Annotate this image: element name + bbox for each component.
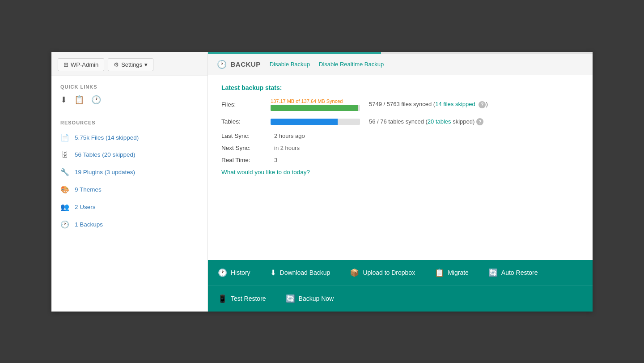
test-restore-icon: 📱 [218,294,227,303]
disable-realtime-link[interactable]: Disable Realtime Backup [319,61,384,68]
migrate-icon: 📋 [435,268,444,278]
real-time-row: Real Time: 3 [221,157,579,163]
users-icon: 👥 [60,203,69,211]
tables-value-text: 56 / 76 tables synced ( [369,118,428,125]
resources-title: RESOURCES [51,112,208,129]
tables-bar-fill [271,119,338,125]
wp-admin-label: WP-Admin [71,61,98,68]
real-time-value: 3 [274,157,277,163]
migrate-label: Migrate [448,269,469,276]
resource-tables-label: 56 Tables (20 skipped) [75,151,136,158]
tables-label: Tables: [221,118,271,125]
files-stat-row: Files: 137.17 MB of 137.64 MB Synced 574… [221,98,579,111]
files-value-text: 5749 / 5763 files synced ( [369,101,435,107]
backup-now-button[interactable]: 🔄 Backup Now [276,286,344,312]
next-sync-value: in 2 hours [274,145,300,151]
sidebar: ⊞ WP-Admin ⚙ Settings ▾ QUICK LINKS ⬇ 📋 … [51,52,208,312]
progress-bar-top [208,52,593,54]
backup-header: 🕐 BACKUP Disable Backup Disable Realtime… [208,54,593,75]
action-row-1: 🕐 History ⬇ Download Backup 📦 Upload to … [208,260,593,286]
backups-icon: 🕐 [60,220,69,229]
test-restore-button[interactable]: 📱 Test Restore [208,286,276,312]
backup-now-label: Backup Now [299,295,334,302]
download-icon: ⬇ [270,268,276,278]
action-buttons-area: 🕐 History ⬇ Download Backup 📦 Upload to … [208,260,593,312]
quick-links-icons: ⬇ 📋 🕐 [51,93,208,112]
files-bar-wrap: 137.17 MB of 137.64 MB Synced [271,98,360,111]
resource-themes-label: 9 Themes [75,186,102,193]
history-label: History [231,269,250,276]
resource-files-label: 5.75k Files (14 skipped) [75,134,139,141]
auto-restore-button[interactable]: 🔄 Auto Restore [479,260,548,286]
files-suffix [475,101,477,107]
resource-users-label: 2 Users [75,204,96,210]
tables-skipped-text: 20 tables [428,118,451,125]
latest-stats-label: Latest backup stats: [221,84,579,91]
files-bar-fill [271,105,358,111]
download-label: Download Backup [280,269,330,276]
history-quick-icon[interactable]: 🕐 [91,95,101,105]
upload-dropbox-button[interactable]: 📦 Upload to Dropbox [340,260,425,286]
last-sync-label: Last Sync: [221,132,271,139]
backup-title-container: 🕐 BACKUP [217,60,261,69]
quick-links-title: QUICK LINKS [51,76,208,93]
next-sync-label: Next Sync: [221,145,271,151]
tables-suffix-text: skipped) [451,118,475,125]
real-time-label: Real Time: [221,157,271,163]
sidebar-top-buttons: ⊞ WP-Admin ⚙ Settings ▾ [51,52,208,76]
tables-stat-row: Tables: 56 / 76 tables synced (20 tables… [221,118,579,126]
test-restore-label: Test Restore [231,295,266,302]
file-icon: 📄 [60,133,69,142]
resource-item-backups[interactable]: 🕐 1 Backups [51,216,208,233]
files-bar-label: 137.17 MB of 137.64 MB Synced [271,98,360,104]
main-content: 🕐 BACKUP Disable Backup Disable Realtime… [208,52,593,312]
resource-item-users[interactable]: 👥 2 Users [51,198,208,216]
last-sync-row: Last Sync: 2 hours ago [221,132,579,139]
files-quick-icon[interactable]: 📋 [74,95,84,105]
progress-bar-fill [208,52,381,54]
resource-item-themes[interactable]: 🎨 9 Themes [51,181,208,198]
help-icon-files[interactable]: ? [479,101,486,108]
next-sync-row: Next Sync: in 2 hours [221,145,579,151]
backup-now-icon: 🔄 [286,294,295,303]
backup-title-text: BACKUP [231,60,261,68]
wp-icon: ⊞ [64,61,68,68]
last-sync-value: 2 hours ago [274,132,305,139]
resources-section: 📄 5.75k Files (14 skipped) 🗄 56 Tables (… [51,129,208,238]
files-stat-value: 5749 / 5763 files synced (14 files skipp… [369,101,488,108]
resource-backups-label: 1 Backups [75,221,103,228]
migrate-button[interactable]: 📋 Migrate [425,260,479,286]
download-backup-button[interactable]: ⬇ Download Backup [260,260,340,286]
action-row-2: 📱 Test Restore 🔄 Backup Now [208,286,593,312]
settings-label: Settings [121,61,142,68]
wp-admin-button[interactable]: ⊞ WP-Admin [58,58,104,71]
themes-icon: 🎨 [60,185,69,194]
files-skipped-link[interactable]: 14 files skipped [435,101,475,107]
plugin-icon: 🔧 [60,168,69,176]
dropdown-arrow-icon: ▾ [144,61,148,68]
table-icon: 🗄 [60,151,69,159]
download-quick-icon[interactable]: ⬇ [60,95,67,105]
help-icon-tables[interactable]: ? [476,118,483,125]
resource-item-tables[interactable]: 🗄 56 Tables (20 skipped) [51,146,208,163]
tables-stat-value: 56 / 76 tables synced (20 tables skipped… [369,118,483,126]
gear-icon: ⚙ [114,61,119,68]
dropbox-icon: 📦 [350,268,359,278]
resource-item-files[interactable]: 📄 5.75k Files (14 skipped) [51,129,208,146]
tables-bar-wrap [271,119,360,125]
files-progress-bar [271,105,360,111]
tables-progress-bar [271,119,360,125]
stats-area: Latest backup stats: Files: 137.17 MB of… [208,75,593,260]
files-label: Files: [221,101,271,108]
dropbox-label: Upload to Dropbox [363,269,415,276]
auto-restore-icon: 🔄 [488,268,498,278]
history-button[interactable]: 🕐 History [208,260,260,286]
auto-restore-label: Auto Restore [501,269,538,276]
settings-button[interactable]: ⚙ Settings ▾ [108,58,153,71]
disable-backup-link[interactable]: Disable Backup [270,61,310,68]
history-icon: 🕐 [218,268,227,278]
what-today-label: What would you like to do today? [221,169,579,175]
resource-plugins-label: 19 Plugins (3 updates) [75,169,135,175]
files-suffix-text: ) [486,101,487,107]
resource-item-plugins[interactable]: 🔧 19 Plugins (3 updates) [51,163,208,181]
